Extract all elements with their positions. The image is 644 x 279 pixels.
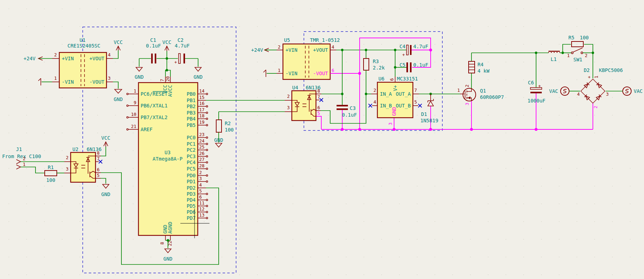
u5-value-label[interactable]: TMR_1-0512 [310, 37, 340, 43]
p24v-label: +24V [23, 56, 36, 61]
c1-ref-label[interactable]: C1 [150, 37, 156, 43]
vcc-label: VCC [114, 39, 122, 45]
gnd-label: GND [163, 256, 172, 262]
c1-value-label[interactable]: 0.1uF [146, 43, 161, 49]
u1-ref-label[interactable]: U1 [80, 37, 86, 43]
plus-sign: + [402, 52, 405, 57]
junction-dot [470, 128, 473, 131]
u3-pin-name-pb0: PB0 [187, 91, 196, 97]
u4-body[interactable] [292, 91, 316, 121]
u1-pin-name-pvout: +VOUT [89, 56, 105, 61]
u3-pin1-number: 1 [133, 88, 136, 94]
u3-pin-name-xtal2: PB7/XTAL2 [141, 115, 168, 120]
u3-pin2-number: 2 [199, 170, 202, 175]
u3-pin18-number: 18 [199, 113, 204, 118]
u3-pin-name-pc0: PC0 [187, 135, 196, 140]
u2-pin5-number: 5 [97, 173, 100, 178]
c6-value-label[interactable]: 1000uF [528, 98, 546, 104]
u5-pin6-number: 6 [332, 68, 334, 73]
u5-pin2-number: 2 [278, 44, 280, 50]
c5-ref-label[interactable]: C5 [399, 62, 405, 68]
u1-value-label[interactable]: CRE1S2405SC [67, 43, 100, 49]
schematic-canvas[interactable]: U1 CRE1S2405SC +VIN -VIN +VOUT -VOUT 2 1… [0, 0, 644, 279]
r1-ref-label[interactable]: R1 [48, 164, 54, 170]
u3-pin7-number: 7 [159, 79, 165, 82]
u3-pin4-number: 4 [199, 182, 202, 188]
r2-value-label[interactable]: 100 [225, 127, 234, 133]
vac-label: VAC [634, 88, 643, 94]
u1-pin-name-mvin: -VIN [62, 79, 74, 85]
r1-value-label[interactable]: 100 [46, 177, 55, 183]
d2-value-label[interactable]: KBPC5006 [599, 67, 623, 73]
u5-pin1-number: 1 [278, 68, 280, 73]
d2-ref-label[interactable]: D2 [584, 67, 590, 73]
component-u3[interactable]: U3 ATmega8A-P 7 20 VCC AVCC 8 22 GND AGN… [127, 76, 208, 246]
component-u6[interactable]: U6 MC33151 IN_A IN_B OUT_A OUT_B V+ GND … [371, 76, 419, 125]
u3-pin23-number: 23 [199, 132, 204, 137]
u4-ref-label[interactable]: U4 [292, 85, 298, 90]
u6-pin7-number: 7 [414, 88, 417, 93]
junction-dot [358, 72, 361, 75]
junction-dot [429, 128, 432, 131]
gnd-label: GND [114, 96, 122, 102]
u3-pin16-number: 16 [199, 101, 204, 106]
u3-pin-name-pb5: PB5 [187, 122, 196, 128]
d2-pin2-number: 2 [593, 106, 598, 108]
d2-pin3-number: 3 [606, 91, 609, 97]
u2-ref-label[interactable]: U2 [72, 146, 78, 152]
u3-pin-name-pd2: PD2 [187, 185, 196, 191]
r5-value-label[interactable]: 100 [580, 35, 589, 40]
r2-ref-label[interactable]: R2 [225, 121, 231, 126]
d1-value-label[interactable]: 1N5819 [420, 118, 438, 123]
u3-value-label[interactable]: ATmega8A-P [153, 156, 182, 162]
u1-pin-name-pvin: +VIN [62, 56, 74, 61]
c4-ref-label[interactable]: C4 [399, 44, 405, 49]
u4-pin7-number: 7 [317, 94, 320, 100]
u3-pin-name-pc3: PC3 [187, 154, 196, 159]
u3-pin-name-pc5: PC5 [187, 166, 196, 172]
u3-pin-name-pb3: PB3 [187, 110, 196, 116]
u3-pin-name-pd4: PD4 [187, 197, 196, 203]
u3-pin24-number: 24 [199, 138, 204, 144]
r4-ref-label[interactable]: R4 [477, 62, 484, 67]
r3-ref-label[interactable]: R3 [373, 58, 379, 64]
j1-pin1-number: 1 [23, 162, 26, 167]
q1-ref-label[interactable]: Q1 [480, 88, 486, 94]
u5-ref-label[interactable]: U5 [284, 37, 290, 43]
u3-pin-name-pc2: PC2 [187, 147, 196, 153]
c3-ref-label[interactable]: C3 [350, 105, 356, 111]
d1-ref-label[interactable]: D1 [421, 111, 427, 117]
u2-body[interactable] [71, 152, 95, 182]
c4-value-label[interactable]: 4.7uF [413, 44, 428, 49]
r3-value-label[interactable]: 2.2k [373, 65, 385, 71]
u6-value-label[interactable]: MC33151 [397, 76, 418, 82]
u6-pin3-number: 3 [388, 122, 393, 125]
u4-pin2-number: 2 [287, 94, 290, 99]
u3-ref-label[interactable]: U3 [165, 150, 171, 155]
c3-value-label[interactable]: 0.1uF [342, 112, 357, 118]
sw1-ref-label[interactable]: SW1 [573, 57, 582, 62]
l1-ref-label[interactable]: L1 [551, 56, 557, 62]
u3-pin26-number: 26 [199, 151, 204, 156]
c5-value-label[interactable]: 0.1uF [413, 62, 428, 68]
j1-ref-label[interactable]: J1 [16, 146, 22, 152]
u3-pin21-number: 21 [131, 124, 136, 129]
q1-value-label[interactable]: 60R060P7 [480, 94, 504, 100]
sw1-pin2-number: 2 [585, 53, 588, 58]
r5-ref-label[interactable]: R5 [568, 35, 574, 40]
u6-pin6-number: 6 [389, 78, 394, 81]
c2-value-label[interactable]: 4.7uF [175, 43, 190, 49]
u3-pin11-number: 11 [199, 200, 204, 206]
u6-ref-label[interactable]: U6 [378, 76, 384, 82]
u5-pin-name-pvin: +VIN [285, 47, 298, 53]
u3-pin20-number: 20 [165, 76, 170, 82]
u4-pin5-number: 5 [317, 111, 320, 116]
u5-pin-name-pvout: +VOUT [313, 47, 328, 53]
vcc-label: VCC [162, 39, 171, 45]
r4-value-label[interactable]: 4 kW [477, 68, 490, 74]
c6-ref-label[interactable]: C6 [528, 80, 534, 85]
c2-ref-label[interactable]: C2 [178, 37, 184, 43]
j1-desc-label[interactable]: From Rex C100 [2, 154, 41, 159]
junction-dot [166, 69, 168, 72]
u3-pin-name-pd0: PD0 [187, 173, 196, 178]
